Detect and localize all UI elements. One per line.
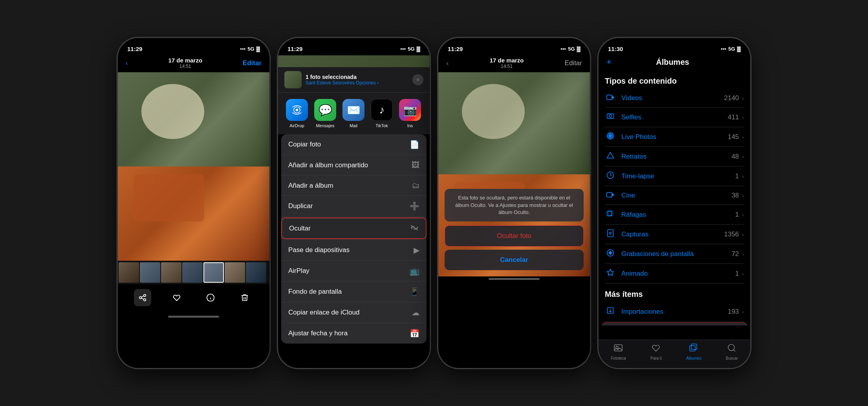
svg-marker-4 [612,96,614,99]
filmstrip-thumb-1[interactable] [119,262,139,283]
share-button[interactable] [134,289,151,306]
icloud-link-item[interactable]: Copiar enlace de iCloud ☁ [281,302,427,323]
share-apps-row: AirDrop 💬 Mensajes ✉️ Mail ♪ TikTok [278,93,430,134]
tab-para-ti[interactable]: Para ti [650,343,662,360]
date-center: 17 de marzo 14:51 [168,57,202,69]
duplicate-label: Duplicar [288,202,313,210]
back-icon[interactable]: ‹ [446,59,449,68]
filmstrip-thumb-3[interactable] [161,262,181,283]
phone3-date-info: 17 de marzo 14:51 [490,57,524,69]
mail-app-item[interactable]: ✉️ Mail [339,99,368,128]
tiktok-app-item[interactable]: ♪ TikTok [368,99,396,128]
cancel-button[interactable]: Cancelar [445,250,584,270]
live-photos-row[interactable]: Live Photos 145 › [605,127,744,147]
phone2-time: 11:29 [288,46,302,52]
add-album-button[interactable]: + [606,57,612,67]
duplicate-item[interactable]: Duplicar ➕ [281,196,427,217]
hide-photo-button[interactable]: Ocultar foto [445,225,584,247]
wallpaper-item[interactable]: Fondo de pantalla 📱 [281,282,427,302]
confirm-message-box: Esta foto se ocultará, pero estará dispo… [445,189,584,221]
slideshow-item[interactable]: Pase de diapositivas ▶ [281,240,427,261]
network-type: 5G [408,46,414,52]
airplay-item[interactable]: AirPlay 📺 [281,261,427,282]
edit-button[interactable]: Editar [243,59,262,67]
phone3-date: 17 de marzo [490,57,524,64]
heart-button[interactable] [168,289,185,306]
live-photos-chevron: › [742,134,744,140]
videos-icon [605,93,616,102]
screenshots-count: 1356 [724,230,739,238]
share-title-info: 1 foto seleccionada Sant Esteve Sesrovir… [306,74,379,86]
phone1-status-icons: ▪▪▪ 5G ▓ [240,46,260,52]
screen-recordings-row[interactable]: Grabaciones de pantalla 72 › [605,244,744,264]
cinema-count: 38 [731,192,739,199]
animated-row[interactable]: Animado 1 › [605,264,744,283]
share-close-button[interactable]: × [412,74,423,85]
more-items-section-header: Más ítems [605,283,744,302]
albums-content: Tipos de contenido Vídeos 2140 › Selfies… [599,70,750,326]
phone1-home-indicator [168,316,219,318]
adjust-date-item[interactable]: Ajustar fecha y hora 📅 [281,323,427,344]
phone1-notch [169,38,218,51]
filmstrip-thumb-7[interactable] [246,262,266,283]
photo-main-view[interactable] [118,72,269,261]
hidden-row[interactable]: Oculto 198 › [602,322,747,326]
imports-icon [605,307,616,316]
airplay-icon: 📺 [410,266,419,276]
messages-icon: 💬 [314,99,336,121]
icloud-link-icon: ☁ [412,308,419,317]
filmstrip-thumb-2[interactable] [140,262,160,283]
instagram-app-item[interactable]: 📷 Ins [396,99,424,128]
timelapse-chevron: › [742,173,744,179]
phone4-time: 11:30 [608,46,623,52]
svg-rect-25 [691,344,697,349]
battery-icon: ▓ [256,46,260,52]
imports-row[interactable]: Importaciones 193 › [605,302,744,322]
confirm-message-text: Esta foto se ocultará, pero estará dispo… [451,194,577,216]
add-shared-album-item[interactable]: Añadir a álbum compartido 🖼 [281,155,427,176]
info-button[interactable] [202,289,219,306]
copy-photo-item[interactable]: Copiar foto 📄 [281,134,427,155]
photo-filmstrip[interactable] [118,261,269,284]
network-type: 5G [247,46,254,52]
cinema-row[interactable]: Cine 38 › [605,186,744,205]
screenshots-chevron: › [742,231,744,238]
selfies-chevron: › [742,114,744,121]
filmstrip-thumb-5[interactable] [203,262,224,283]
add-album-label: Añadir a álbum [288,182,333,190]
tab-fototeca[interactable]: Fototeca [611,343,626,360]
phone4-albums: 11:30 ▪▪▪ 5G ▓ + Álbumes Tipos de conten… [598,37,751,369]
phone3-nav-bar: ‹ 17 de marzo 14:51 Editar [438,55,590,72]
timelapse-row[interactable]: Time-lapse 1 › [605,166,744,186]
albums-tab-label: Álbumes [686,356,701,360]
share-options[interactable]: Opciones › [356,80,379,86]
burst-row[interactable]: Ráfagas 1 › [605,205,744,225]
burst-name: Ráfagas [621,211,735,219]
selfies-row[interactable]: Selfies 411 › [605,108,744,127]
network-type: 5G [568,46,575,52]
icloud-link-label: Copiar enlace de iCloud [288,309,359,316]
phone4-status-icons: ▪▪▪ 5G ▓ [721,46,741,52]
filmstrip-thumb-6[interactable] [225,262,245,283]
messages-app-item[interactable]: 💬 Mensajes [311,99,339,128]
filmstrip-thumb-4[interactable] [182,262,203,283]
trash-button[interactable] [236,289,253,306]
share-menu-list: Copiar foto 📄 Añadir a álbum compartido … [281,134,427,344]
albums-nav-bar: + Álbumes [599,55,750,70]
add-album-item[interactable]: Añadir a álbum 🗂 [281,176,427,196]
tab-buscar[interactable]: Buscar [726,343,738,360]
share-subtitle: Sant Esteve Sesrovires Opciones › [306,80,379,86]
hide-item[interactable]: Ocultar [281,218,427,239]
back-button[interactable]: ‹ [126,59,128,67]
tab-albums[interactable]: Álbumes [686,343,701,360]
videos-row[interactable]: Vídeos 2140 › [605,89,744,108]
airplay-label: AirPlay [288,267,309,275]
portraits-row[interactable]: Retratos 48 › [605,147,744,166]
airdrop-app-item[interactable]: AirDrop [283,99,311,128]
wallpaper-label: Fondo de pantalla [288,288,342,296]
phone1-time: 11:29 [127,46,142,52]
screen-recordings-chevron: › [742,251,744,257]
animated-chevron: › [742,271,744,277]
screenshots-row[interactable]: Capturas 1356 › [605,225,744,244]
screenshots-name: Capturas [621,230,724,238]
